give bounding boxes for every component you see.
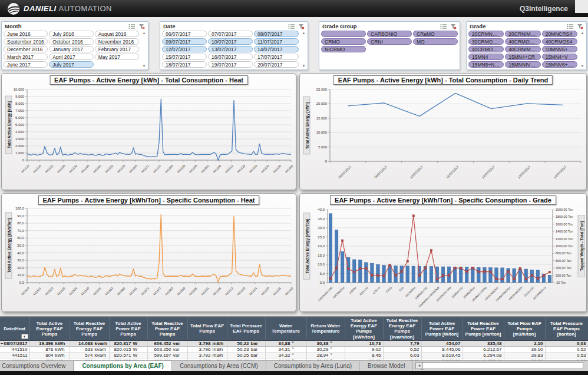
table-cell[interactable]: 8,45 [345, 352, 383, 358]
table-cell[interactable]: 0,52 [545, 346, 588, 352]
scroll-down-icon[interactable]: ▼ [581, 64, 584, 68]
total-consumption-daily-trend-chart[interactable]: 05.00010.00015.00020.00025.00008/07/2017… [300, 74, 587, 190]
table-cell[interactable]: 3.796m3/h [187, 346, 227, 352]
sheet-tab-consumptions-by-area-ccm[interactable]: Consumptions by Area (CCM) [172, 361, 266, 371]
table-cell[interactable]: 441510 [0, 346, 29, 352]
table-cell[interactable]: 335,48 [463, 340, 504, 346]
table-cell[interactable]: 7,79 [383, 340, 421, 346]
filter-item[interactable]: 15MN4 [468, 54, 504, 60]
filter-item[interactable]: 40CRMO3+S [505, 38, 540, 45]
list-icon[interactable] [567, 24, 574, 29]
filter-item[interactable]: 20MNCRS4 [542, 31, 577, 37]
filter-item[interactable]: October 2016 [49, 38, 93, 45]
filter-item[interactable]: 18/07/2017 [162, 61, 207, 68]
clear-filter-icon[interactable] [138, 24, 145, 29]
table-cell[interactable]: 9,02 [345, 346, 383, 352]
filter-item[interactable]: 15MN4+CR [505, 54, 540, 60]
table-cell[interactable]: 6,03 [383, 352, 421, 358]
column-header[interactable]: Total Active Power EAF Pumps [109, 317, 147, 340]
sheet-tab-browse-model[interactable]: Browse Model [360, 361, 413, 371]
column-header[interactable]: Total Reactive Energy EAF Pumps [kvarh/t… [383, 317, 421, 340]
filter-item[interactable]: 16/07/2017 [208, 54, 253, 60]
scroll-up-icon[interactable]: ▲ [581, 31, 584, 35]
filter-item[interactable]: 20CRNIMOS2 [505, 31, 540, 37]
table-cell[interactable]: 34,31° [265, 346, 306, 352]
table-cell[interactable]: 30,29° [306, 346, 345, 352]
filter-item[interactable]: CARBONIO [367, 31, 412, 37]
scroll-left-icon[interactable]: ◄ [415, 362, 423, 369]
sheet-tab-consumptions-by-area-eaf[interactable]: Consumptions by Area (EAF) [74, 361, 172, 371]
table-cell[interactable]: 820.571W [109, 352, 147, 358]
filter-item[interactable]: 15/07/2017 [162, 54, 207, 60]
clear-filter-icon[interactable] [298, 24, 305, 29]
filter-item[interactable]: 40CRMOS4+NI [468, 46, 504, 52]
scroll-up-icon[interactable]: ▲ [302, 31, 306, 35]
specific-consumption-heat-chart[interactable]: 0,010,020,030,040,050,060,070,080,090,01… [2, 194, 296, 312]
filter-item[interactable]: 10MNV6+CR [542, 46, 577, 52]
column-filter-icon[interactable]: ▼ [21, 334, 28, 339]
table-cell[interactable]: 6.294,08 [463, 352, 504, 358]
column-header[interactable]: Date/Heat▼ [0, 317, 29, 340]
table-cell[interactable]: 39,83 [504, 352, 545, 358]
sheet-tab-consumptions-by-area-luna[interactable]: Consumptions by Area (Luna) [266, 361, 360, 371]
table-cell[interactable]: 820.817W [109, 340, 147, 346]
filter-item[interactable]: September 2016 [4, 38, 48, 45]
filter-item[interactable]: 06/07/2017 [162, 31, 207, 37]
table-cell[interactable]: 3.792m3/h [187, 352, 227, 358]
filter-item[interactable]: 11/07/2017 [254, 38, 299, 45]
list-icon[interactable] [440, 24, 447, 29]
filter-item[interactable]: 30CRMO4+NIV [468, 38, 504, 45]
filter-item[interactable]: NICRMO [321, 46, 366, 52]
table-cell[interactable]: 50,25bar [227, 352, 265, 358]
column-header[interactable]: Total Flow EAF Pumps [m3/h/ton] [504, 317, 545, 340]
table-cell[interactable]: 0,53 [545, 352, 588, 358]
filter-item[interactable]: July 2016 [49, 31, 93, 37]
filter-item[interactable]: 15MNNIV4+C... [505, 61, 540, 68]
filter-item[interactable]: 08/07/2017 [254, 31, 299, 37]
column-header[interactable]: Total Active Power EAF Pumps [W/ton] [421, 317, 463, 340]
filter-item[interactable]: 14/07/2017 [254, 46, 299, 52]
table-cell[interactable]: 0,03 [545, 340, 588, 346]
filter-scrollbar[interactable]: ▲▼ [141, 31, 147, 68]
clear-filter-icon[interactable] [577, 24, 583, 29]
table-cell[interactable]: 19.396kWh [29, 340, 70, 346]
table-cell[interactable]: 574kvarh [70, 352, 109, 358]
column-header[interactable]: Total Reactive Energy EAF Pumps [70, 317, 109, 340]
table-cell[interactable]: 39,10 [504, 346, 545, 352]
table-cell[interactable]: 633kvarh [70, 346, 109, 352]
column-header[interactable]: Water Temperature [265, 317, 306, 340]
filter-item[interactable]: 13/07/2017 [208, 46, 253, 52]
filter-item[interactable]: 12/07/2017 [162, 46, 207, 52]
table-cell[interactable]: 34,32° [265, 352, 306, 358]
table-cell[interactable]: 14.088kvarh [70, 340, 109, 346]
table-cell[interactable]: 2,10 [504, 340, 545, 346]
scroll-up-icon[interactable]: ▲ [143, 31, 146, 35]
table-cell[interactable]: 599.197var [147, 352, 187, 358]
table-cell[interactable]: 6.212,67 [463, 346, 504, 352]
filter-item[interactable]: 15MN4+V [542, 54, 577, 60]
filter-item[interactable]: 17/07/2017 [254, 54, 299, 60]
filter-item[interactable]: December 2016 [4, 46, 48, 52]
column-header[interactable]: Total Active Energy EAF Pumps [kWh/ton] [345, 317, 383, 340]
filter-item[interactable]: June 2016 [4, 31, 48, 37]
horizontal-scrollbar[interactable]: ◄ [415, 362, 583, 369]
filter-item[interactable]: 10/07/2017 [208, 38, 253, 45]
table-cell[interactable]: 50,22bar [227, 340, 265, 346]
table-cell[interactable]: 10,73 [345, 340, 383, 346]
column-header[interactable]: Return Water Temperature [306, 317, 345, 340]
filter-item[interactable]: 20CRMNS4+NI [468, 31, 504, 37]
filter-item[interactable]: 07/07/2017 [208, 31, 253, 37]
filter-item[interactable]: 20/07/2017 [254, 61, 299, 68]
scroll-down-icon[interactable]: ▼ [143, 64, 146, 68]
table-cell[interactable]: 454,07 [421, 340, 463, 346]
column-header[interactable]: Total Flow EAF Pumps [187, 317, 227, 340]
column-header[interactable]: Total Pressure EAF Pumps [227, 317, 265, 340]
filter-item[interactable] [321, 31, 366, 37]
specific-consumption-grade-chart[interactable]: 0,05,010,015,020,025,030,035,040,0,00 To… [300, 194, 587, 312]
table-cell[interactable]: 28,94° [306, 352, 345, 358]
table-cell[interactable]: 6,52 [383, 346, 421, 352]
filter-item[interactable]: 40CRNIMOS3 [505, 46, 540, 52]
filter-item[interactable]: 09/07/2017 [162, 38, 207, 45]
filter-item[interactable]: June 2017 [4, 61, 48, 68]
filter-item[interactable]: 15MN5+NBTI [468, 61, 504, 68]
